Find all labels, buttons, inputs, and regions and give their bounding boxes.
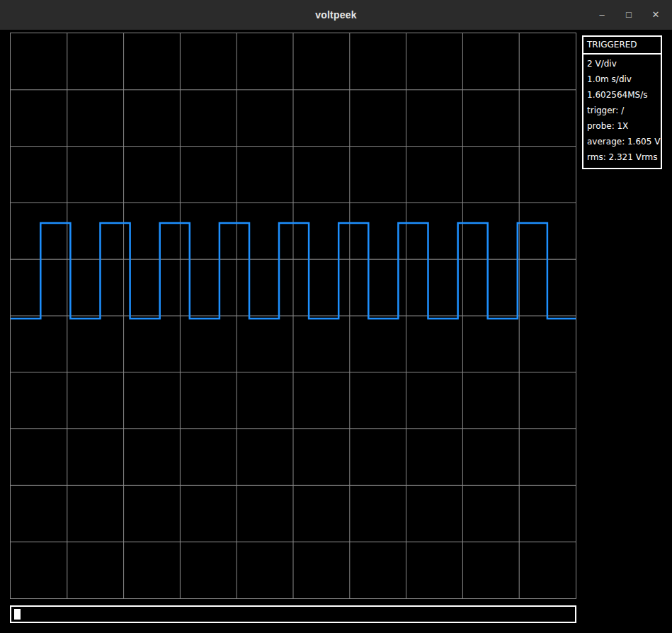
readout-line-sample-rate: 1.602564MS/s [583,87,661,103]
readout-line-probe: probe: 1X [583,118,661,134]
scope-display [10,33,576,599]
readout-line-time-per-div: 1.0m s/div [583,72,661,87]
minimize-button[interactable]: – [597,10,607,20]
close-button[interactable]: ✕ [651,10,661,20]
readout-line-rms: rms: 2.321 Vrms [583,149,661,165]
maximize-button[interactable]: □ [624,10,634,20]
text-cursor [14,609,21,620]
command-input[interactable] [10,605,576,623]
readout-line-trigger: trigger: / [583,103,661,118]
readout-line-average: average: 1.605 V [583,134,661,149]
window-title: voltpeek [315,9,356,21]
scope-canvas [11,33,576,598]
readout-lines: 2 V/div 1.0m s/div 1.602564MS/s trigger:… [583,55,661,168]
readout-line-volts-per-div: 2 V/div [583,56,661,72]
readout-panel: TRIGGERED 2 V/div 1.0m s/div 1.602564MS/… [582,35,662,169]
trigger-status: TRIGGERED [583,37,661,55]
titlebar[interactable]: voltpeek – □ ✕ [0,0,672,30]
scope-grid [11,33,576,598]
window-controls: – □ ✕ [597,0,661,30]
